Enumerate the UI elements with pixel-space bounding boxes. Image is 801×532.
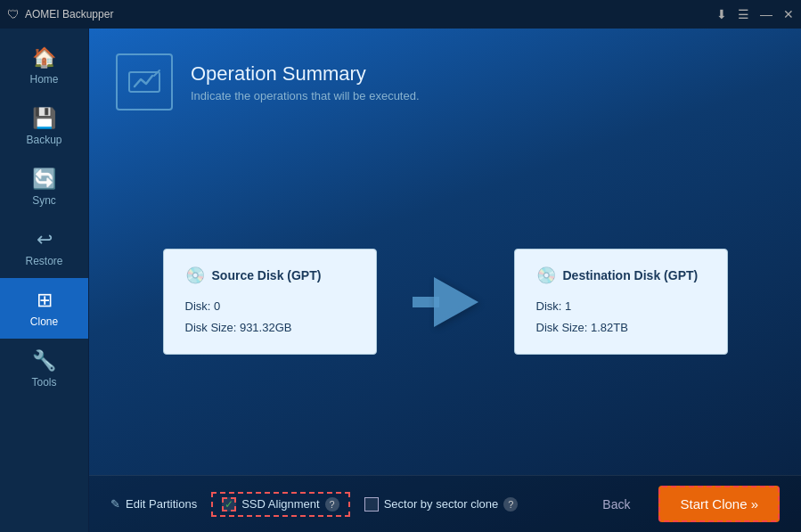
operation-area: 💿 Source Disk (GPT) Disk: 0 Disk Size: 9… <box>89 128 801 475</box>
restore-icon: ↩ <box>37 228 53 251</box>
app-logo-icon: 🛡 <box>7 7 20 21</box>
sector-clone-option: Sector by sector clone ? <box>364 497 519 512</box>
source-disk-body: Disk: 0 Disk Size: 931.32GB <box>185 296 355 338</box>
content-area: Operation Summary Indicate the operation… <box>89 29 801 532</box>
home-icon: 🏠 <box>32 46 56 70</box>
source-disk-header: 💿 Source Disk (GPT) <box>185 266 355 285</box>
source-disk-icon: 💿 <box>185 266 205 285</box>
sidebar-item-restore[interactable]: ↩ Restore <box>0 217 88 278</box>
tools-icon: 🔧 <box>32 349 56 372</box>
ssd-alignment-label: SSD Alignment <box>241 497 319 511</box>
title-bar: 🛡 AOMEI Backupper ⬇ ☰ — ✕ <box>0 0 801 29</box>
download-icon[interactable]: ⬇ <box>716 7 727 21</box>
source-disk-size: Disk Size: 931.32GB <box>185 317 355 338</box>
sidebar: 🏠 Home 💾 Backup 🔄 Sync ↩ Restore ⊞ Clone… <box>0 29 89 532</box>
bottom-bar: ✎ Edit Partitions ✓ SSD Alignment ? Sect… <box>89 475 801 532</box>
sidebar-item-tools[interactable]: 🔧 Tools <box>0 339 88 399</box>
backup-icon: 💾 <box>32 107 56 130</box>
clone-arrow <box>413 277 478 327</box>
sidebar-label-sync: Sync <box>32 194 56 207</box>
main-layout: 🏠 Home 💾 Backup 🔄 Sync ↩ Restore ⊞ Clone… <box>0 29 801 532</box>
edit-partitions-option: ✎ Edit Partitions <box>110 497 197 511</box>
arrow-group <box>413 277 478 327</box>
title-bar-left: 🛡 AOMEI Backupper <box>7 7 113 21</box>
sector-clone-checkbox[interactable] <box>364 497 379 512</box>
ssd-alignment-option[interactable]: ✓ SSD Alignment ? <box>211 492 349 517</box>
ssd-alignment-checkbox[interactable]: ✓ <box>222 497 236 512</box>
edit-partitions-icon: ✎ <box>110 497 120 511</box>
header-text: Operation Summary Indicate the operation… <box>191 62 420 102</box>
destination-disk-header: 💿 Destination Disk (GPT) <box>536 266 706 285</box>
window-controls: ⬇ ☰ — ✕ <box>716 7 794 21</box>
minimize-icon[interactable]: — <box>760 7 772 21</box>
destination-disk-number: Disk: 1 <box>536 296 706 316</box>
sidebar-label-restore: Restore <box>25 255 62 267</box>
app-title: AOMEI Backupper <box>25 8 113 20</box>
sidebar-item-sync[interactable]: 🔄 Sync <box>0 157 88 217</box>
destination-disk-title: Destination Disk (GPT) <box>563 268 699 282</box>
start-clone-button[interactable]: Start Clone » <box>658 486 780 522</box>
destination-disk-icon: 💿 <box>536 266 556 285</box>
back-button[interactable]: Back <box>588 492 644 517</box>
sidebar-item-backup[interactable]: 💾 Backup <box>0 96 88 157</box>
sector-clone-label: Sector by sector clone <box>384 497 499 511</box>
source-disk-number: Disk: 0 <box>185 296 355 316</box>
header-icon-box <box>116 53 173 110</box>
menu-icon[interactable]: ☰ <box>738 7 749 21</box>
sidebar-item-clone[interactable]: ⊞ Clone <box>0 278 88 339</box>
page-title: Operation Summary <box>191 62 420 86</box>
destination-disk-card: 💿 Destination Disk (GPT) Disk: 1 Disk Si… <box>514 249 728 355</box>
source-disk-card: 💿 Source Disk (GPT) Disk: 0 Disk Size: 9… <box>163 249 377 355</box>
page-subtitle: Indicate the operations that will be exe… <box>191 89 420 102</box>
arrow-head <box>434 277 478 327</box>
sidebar-label-home: Home <box>29 73 58 86</box>
sidebar-label-backup: Backup <box>26 134 61 146</box>
ssd-alignment-help-icon[interactable]: ? <box>325 497 339 512</box>
clone-icon: ⊞ <box>37 289 53 312</box>
destination-disk-body: Disk: 1 Disk Size: 1.82TB <box>536 296 706 338</box>
edit-partitions-label: Edit Partitions <box>126 497 197 511</box>
sidebar-label-clone: Clone <box>30 315 58 328</box>
destination-disk-size: Disk Size: 1.82TB <box>536 317 706 338</box>
operation-summary-icon <box>127 65 161 99</box>
source-disk-title: Source Disk (GPT) <box>212 268 322 282</box>
sidebar-label-tools: Tools <box>31 376 56 389</box>
close-icon[interactable]: ✕ <box>783 7 794 21</box>
content-header: Operation Summary Indicate the operation… <box>89 29 801 128</box>
sync-icon: 🔄 <box>32 168 56 191</box>
sidebar-item-home[interactable]: 🏠 Home <box>0 36 88 96</box>
sector-clone-help-icon[interactable]: ? <box>503 497 518 512</box>
